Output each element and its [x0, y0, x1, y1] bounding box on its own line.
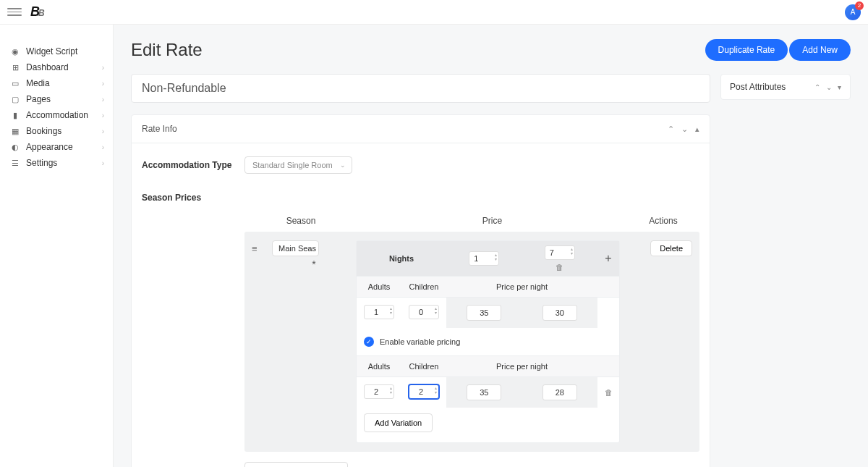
panel-title: Rate Info — [142, 124, 177, 134]
col-actions: Actions — [627, 216, 699, 226]
sidebar-item-label: Bookings — [26, 126, 61, 136]
col-price: Price — [357, 216, 627, 226]
children-input[interactable]: 0 ▴▾ — [409, 305, 439, 319]
topbar: BB A 2 — [0, 0, 868, 25]
ppn-label: Price per night — [446, 356, 597, 376]
spinner-icon[interactable]: ▴▾ — [571, 247, 573, 256]
briefcase-icon: ▢ — [10, 94, 20, 104]
menu-toggle[interactable] — [7, 5, 22, 20]
trash-icon[interactable]: 🗑 — [605, 388, 613, 397]
building-icon: ▮ — [10, 110, 20, 120]
adults-input[interactable]: 2 ▴▾ — [364, 384, 394, 399]
adults-label: Adults — [357, 277, 401, 297]
accommodation-type-label: Accommodation Type — [142, 160, 244, 170]
sidebar-item-label: Widget Script — [26, 46, 77, 56]
season-prices-label: Season Prices — [142, 193, 244, 203]
nights-label: Nights — [357, 244, 446, 273]
notification-badge: 2 — [855, 1, 864, 10]
sidebar: ◉ Widget Script ⊞ Dashboard › ▭ Media › … — [0, 25, 114, 467]
chevron-right-icon: › — [102, 127, 104, 135]
price-input[interactable]: 35 — [467, 384, 501, 400]
price-input[interactable]: 28 — [542, 384, 577, 400]
rate-title-input[interactable] — [131, 74, 710, 103]
sidebar-item-label: Accommodation — [26, 110, 88, 120]
spinner-icon[interactable]: ▴▾ — [390, 386, 392, 395]
add-night-button[interactable]: + — [597, 252, 619, 265]
chevron-right-icon: › — [102, 112, 104, 119]
nights-input-2[interactable]: 7 ▴▾ — [545, 245, 575, 260]
post-attributes-panel: Post Attributes ⌃ ⌄ ▾ — [720, 74, 851, 100]
children-label: Children — [401, 277, 446, 297]
rate-info-panel: Rate Info ⌃ ⌄ ▴ Accommodation Type Stand… — [131, 114, 710, 467]
sidebar-item-label: Pages — [26, 94, 51, 104]
chevron-down-icon: ⌄ — [308, 245, 314, 252]
spinner-icon[interactable]: ▴▾ — [435, 306, 437, 315]
add-new-button[interactable]: Add New — [789, 39, 851, 61]
side-panel-title: Post Attributes — [730, 82, 786, 92]
price-row: 1 ▴▾ 0 ▴▾ — [357, 297, 619, 328]
user-avatar[interactable]: A 2 — [845, 4, 861, 20]
adults-label: Adults — [357, 356, 401, 376]
eye-icon: ◉ — [10, 46, 20, 56]
sidebar-item-label: Appearance — [26, 142, 73, 152]
chevron-right-icon: › — [102, 64, 104, 72]
panel-up-icon[interactable]: ⌃ — [814, 83, 820, 91]
ppn-label: Price per night — [446, 277, 597, 297]
add-season-price-button[interactable]: Add New Season Price — [244, 462, 348, 467]
accommodation-type-select[interactable]: Standard Single Room ⌄ — [244, 156, 352, 174]
grid-icon: ⊞ — [10, 62, 20, 72]
sidebar-item-media[interactable]: ▭ Media › — [0, 75, 113, 91]
enable-variable-pricing[interactable]: ✓ Enable variable pricing — [357, 328, 619, 355]
panel-move-up-icon[interactable]: ▴ — [695, 125, 699, 134]
sliders-icon: ☰ — [10, 158, 20, 168]
chevron-down-icon: ⌄ — [340, 161, 346, 169]
panel-collapse-down-icon[interactable]: ⌄ — [681, 125, 688, 134]
price-row-variable: 2 ▴▾ 2 ▴▾ — [357, 376, 619, 408]
col-season: Season — [244, 216, 357, 226]
brush-icon: ◐ — [10, 142, 20, 152]
logo[interactable]: BB — [30, 4, 43, 20]
price-input[interactable]: 30 — [542, 305, 577, 321]
check-icon: ✓ — [364, 337, 374, 347]
trash-icon[interactable]: 🗑 — [556, 263, 563, 272]
add-variation-button[interactable]: Add Variation — [364, 413, 433, 432]
sidebar-item-dashboard[interactable]: ⊞ Dashboard › — [0, 59, 113, 75]
season-select[interactable]: Main Seas ⌄ — [272, 240, 319, 256]
required-asterisk: * — [272, 258, 356, 270]
chevron-right-icon: › — [102, 143, 104, 151]
chevron-right-icon: › — [102, 96, 104, 104]
sidebar-item-accommodation[interactable]: ▮ Accommodation › — [0, 107, 113, 123]
sidebar-item-label: Media — [26, 78, 50, 88]
price-input[interactable]: 35 — [467, 305, 501, 321]
main-content: Edit Rate Duplicate Rate Add New Rate In… — [114, 25, 868, 467]
panel-down-icon[interactable]: ⌄ — [826, 83, 832, 91]
season-row: ≡ Main Seas ⌄ * — [244, 232, 699, 452]
page-title: Edit Rate — [131, 40, 203, 60]
drag-handle-icon[interactable]: ≡ — [252, 240, 272, 443]
spinner-icon[interactable]: ▴▾ — [390, 306, 392, 315]
adults-input[interactable]: 1 ▴▾ — [364, 305, 394, 319]
sidebar-item-bookings[interactable]: ▦ Bookings › — [0, 123, 113, 139]
image-icon: ▭ — [10, 78, 20, 88]
sidebar-item-label: Dashboard — [26, 62, 69, 72]
duplicate-rate-button[interactable]: Duplicate Rate — [705, 39, 788, 61]
chevron-right-icon: › — [102, 80, 104, 88]
sidebar-item-widget-script[interactable]: ◉ Widget Script — [0, 43, 113, 59]
sidebar-item-pages[interactable]: ▢ Pages › — [0, 91, 113, 107]
delete-season-button[interactable]: Delete — [650, 240, 692, 256]
children-input[interactable]: 2 ▴▾ — [409, 384, 439, 399]
panel-collapse-up-icon[interactable]: ⌃ — [668, 125, 674, 134]
spinner-icon[interactable]: ▴▾ — [435, 386, 437, 395]
sidebar-item-label: Settings — [26, 158, 57, 168]
sidebar-item-appearance[interactable]: ◐ Appearance › — [0, 139, 113, 155]
chevron-right-icon: › — [102, 159, 104, 167]
calendar-icon: ▦ — [10, 126, 20, 136]
panel-toggle-icon[interactable]: ▾ — [838, 83, 841, 91]
children-label: Children — [401, 356, 446, 376]
spinner-icon[interactable]: ▴▾ — [495, 253, 497, 261]
nights-input-1[interactable]: 1 ▴▾ — [469, 251, 499, 266]
sidebar-item-settings[interactable]: ☰ Settings › — [0, 155, 113, 171]
